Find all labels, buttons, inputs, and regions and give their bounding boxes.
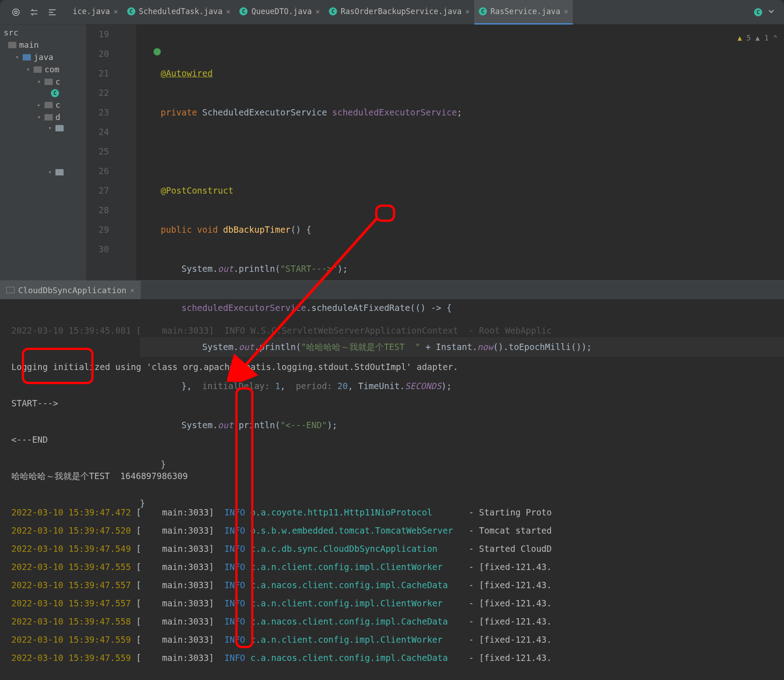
collapse-icon[interactable] [47,7,57,17]
line-number: 23 [86,103,109,122]
class-icon: C [51,89,59,97]
warning-count: 5 [746,28,751,48]
close-icon[interactable]: × [564,7,568,16]
tab-label: ice.java [73,7,110,16]
expand-icon[interactable] [29,7,39,17]
warning-count: 1 [764,28,769,48]
warning-icon: ▲ [755,28,760,48]
tree-item[interactable]: ▾ [0,123,86,133]
tree-item[interactable]: ▸ c [0,99,86,111]
class-icon: C [239,7,248,15]
chevron-down-icon[interactable]: ▾ [48,169,55,175]
tree-label: java [34,52,53,62]
code-line: System.out.println("<---END"); [140,415,784,435]
log-line: 2022-03-10 15:39:47.555 [ main:3033] INF… [11,558,773,576]
code-line: System.out.println("START--->"); [140,259,784,279]
toolbar: ice.java × C ScheduledTask.java × C Queu… [0,0,784,25]
code-editor[interactable]: 19 20 21 22 23 24 25 26 27 28 29 30 ▲ 5 … [86,25,784,280]
tree-item[interactable]: ▾ com [0,63,86,75]
tab-rasservice[interactable]: C RasService.java × [474,0,573,25]
folder-icon [55,169,64,175]
line-number: 24 [86,122,109,142]
project-sidebar[interactable]: src main ▾ java ▾ com ▾ c C ▸ c [0,25,86,280]
line-number: 30 [86,240,109,259]
tree-label: c [55,100,60,110]
chevron-right-icon[interactable]: ▸ [37,101,45,108]
inspection-widget[interactable]: ▲ 5 ▲ 1 ⌃ [738,28,778,48]
log-line: 2022-03-10 15:39:47.559 [ main:3033] INF… [11,649,773,667]
svg-point-0 [13,9,20,15]
class-icon: C [479,7,487,15]
line-number: 25 [86,142,109,161]
code-line: }, initialDelay: 1, period: 20, TimeUnit… [140,376,784,396]
folder-icon [55,125,64,131]
class-icon: C [127,7,135,15]
line-number: 27 [86,181,109,200]
code-line: System.out.println("哈哈哈哈～我就是个TEST " + In… [140,337,784,357]
line-number: 28 [86,200,109,220]
close-icon[interactable]: × [315,7,320,16]
chevron-down-icon[interactable]: ▾ [37,78,45,85]
tab-label: RasOrderBackupService.java [341,7,461,16]
folder-icon [45,114,53,120]
tree-item[interactable]: main [0,39,86,51]
line-number: 21 [86,64,109,83]
tab-scheduledtask[interactable]: C ScheduledTask.java × [123,0,235,25]
tab-rasorderbackup[interactable]: C RasOrderBackupService.java × [324,0,474,25]
tree-item[interactable]: ▾ d [0,111,86,123]
log-line: 2022-03-10 15:39:47.559 [ main:3033] INF… [11,630,773,649]
tree-label: src [4,28,19,37]
toolbar-icons [4,7,65,17]
editor-tabs: ice.java × C ScheduledTask.java × C Queu… [68,0,780,25]
code-line: public void dbBackupTimer() { [140,220,784,240]
code-area[interactable]: ▲ 5 ▲ 1 ⌃ @Autowired private ScheduledEx… [117,25,784,280]
line-number: 29 [86,220,109,240]
svg-point-1 [15,11,17,14]
tree-label: c [55,77,60,86]
tab-queuedto[interactable]: C QueueDTO.java × [235,0,324,25]
chevron-down-icon[interactable]: ▾ [26,66,34,73]
tree-root[interactable]: src [0,26,86,39]
folder-icon [23,54,31,60]
close-icon[interactable]: × [226,7,231,16]
code-line: @PostConstruct [140,181,784,200]
close-icon[interactable]: × [114,7,118,16]
tree-item[interactable]: C [0,88,86,99]
run-config-icon [6,287,15,293]
chevron-down-icon[interactable]: ▾ [48,125,55,131]
code-line: scheduledExecutorService.scheduleAtFixed… [140,298,784,318]
tree-label: main [19,40,39,50]
run-tab-label: CloudDbSyncApplication [18,285,126,295]
tree-item[interactable]: ▾ java [0,51,86,63]
code-line: private ScheduledExecutorService schedul… [140,103,784,122]
main-area: src main ▾ java ▾ com ▾ c C ▸ c [0,25,784,280]
folder-icon [45,79,53,85]
chevron-down-icon[interactable]: ▾ [37,114,45,120]
warning-icon: ▲ [738,28,742,48]
code-line: } [140,494,784,513]
folder-icon [45,102,53,108]
tab-label: RasService.java [491,7,561,16]
class-icon[interactable]: C [754,8,762,16]
target-icon[interactable] [11,7,21,17]
tab-ice[interactable]: ice.java × [68,0,123,25]
chevron-up-icon[interactable]: ⌃ [773,28,778,48]
close-icon[interactable]: × [465,7,470,16]
chevron-down-icon[interactable]: ▾ [15,54,23,60]
code-line: @Autowired [140,64,784,83]
log-line: 2022-03-10 15:39:47.557 [ main:3033] INF… [11,576,773,594]
line-number: 26 [86,161,109,181]
log-line: 2022-03-10 15:39:47.558 [ main:3033] INF… [11,612,773,630]
line-number: 19 [86,25,109,44]
tree-item[interactable]: ▾ c [0,75,86,88]
tree-item[interactable]: ▾ [0,167,86,177]
tab-label: ScheduledTask.java [139,7,223,16]
close-icon[interactable]: × [130,286,134,295]
line-number: 20 [86,44,109,64]
log-line: 2022-03-10 15:39:47.557 [ main:3033] INF… [11,594,773,612]
chevron-down-icon[interactable] [767,7,776,18]
code-line: } [140,455,784,474]
tree-label: com [45,65,60,74]
run-tab[interactable]: CloudDbSyncApplication × [0,281,141,299]
class-icon: C [329,7,337,15]
